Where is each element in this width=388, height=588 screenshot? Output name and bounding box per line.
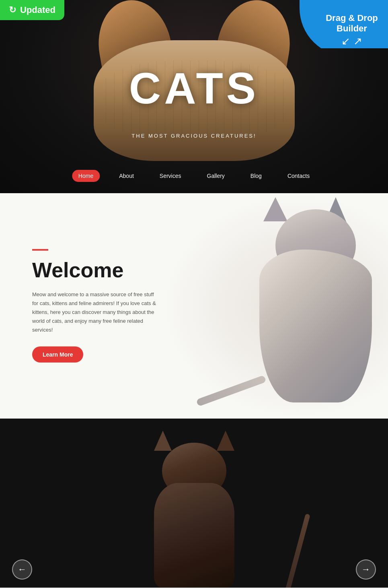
arrow-left-icon: ← xyxy=(18,564,27,575)
dnd-badge-container: Drag & Drop Builder ↙ ↗ xyxy=(300,0,388,48)
dnd-badge: Drag & Drop Builder ↙ ↗ xyxy=(300,0,388,48)
dark-cat-body xyxy=(154,483,234,588)
prev-arrow-button[interactable]: ← xyxy=(12,559,32,580)
dnd-arrow-icon: ↙ ↗ xyxy=(341,35,366,47)
nav-item-services[interactable]: Services xyxy=(153,170,188,182)
sphynx-body xyxy=(259,250,372,402)
updated-label: Updated xyxy=(20,5,55,15)
welcome-cat-area xyxy=(163,193,388,419)
sphynx-tail xyxy=(196,375,266,406)
welcome-body-text: Meow and welcome to a massive source of … xyxy=(32,290,161,334)
sphynx-cat-illustration xyxy=(163,201,388,419)
dark-cat-ear-left xyxy=(154,431,172,451)
welcome-accent-bar xyxy=(32,249,48,251)
hero-nav: Home About Services Gallery Blog Contact… xyxy=(72,170,316,182)
dark-cat-area xyxy=(0,419,388,588)
welcome-section: Welcome Meow and welcome to a massive so… xyxy=(0,193,388,419)
dark-cat-tail xyxy=(285,514,310,588)
hero-subtitle: THE MOST GRACIOUS CREATURES! xyxy=(131,133,256,139)
sphynx-ear-left xyxy=(263,197,287,221)
learn-more-button[interactable]: Learn More xyxy=(32,347,83,363)
nav-item-blog[interactable]: Blog xyxy=(244,170,268,182)
updated-badge: ↻ Updated xyxy=(0,0,64,20)
welcome-content: Welcome Meow and welcome to a massive so… xyxy=(32,249,161,363)
refresh-icon: ↻ xyxy=(9,5,16,15)
nav-item-gallery[interactable]: Gallery xyxy=(201,170,231,182)
dark-cat-illustration xyxy=(122,435,267,588)
nav-item-home[interactable]: Home xyxy=(72,170,100,182)
dnd-text: Drag & Drop Builder xyxy=(326,9,382,33)
nav-item-about[interactable]: About xyxy=(113,170,140,182)
hero-section: ↻ Updated Drag & Drop Builder ↙ ↗ CATS T… xyxy=(0,0,388,193)
next-arrow-button[interactable]: → xyxy=(356,559,376,580)
welcome-heading: Welcome xyxy=(32,258,161,282)
hero-title: CATS xyxy=(129,62,259,113)
arrow-right-icon: → xyxy=(361,564,370,575)
nav-item-contacts[interactable]: Contacts xyxy=(281,170,316,182)
dark-cat-ear-right xyxy=(217,431,234,451)
dark-cat-section: ← → xyxy=(0,419,388,588)
